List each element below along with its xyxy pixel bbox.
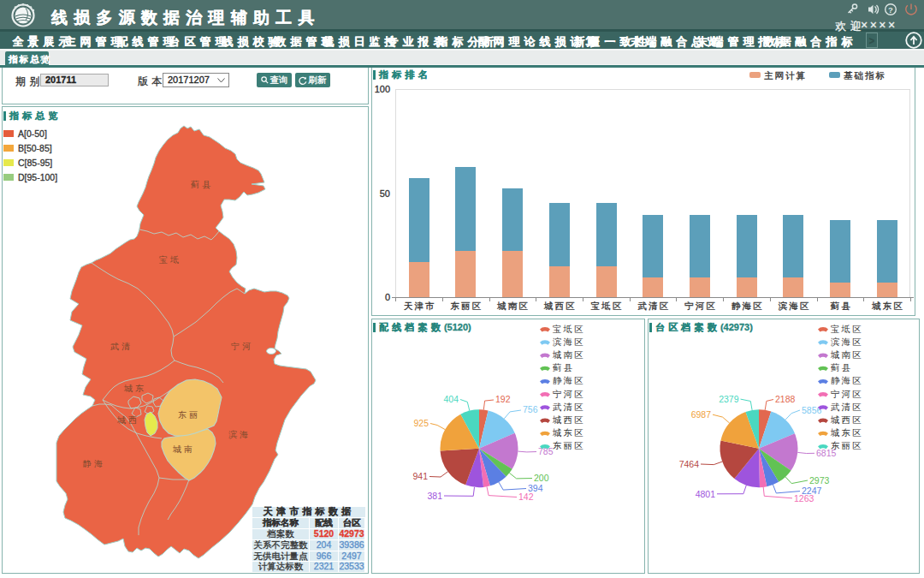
svg-text:5856: 5856	[802, 405, 822, 415]
svg-text:宝坻区: 宝坻区	[553, 324, 585, 334]
svg-text:东丽区: 东丽区	[831, 440, 863, 450]
svg-text:142: 142	[518, 492, 534, 502]
svg-text:静海区: 静海区	[553, 375, 585, 385]
svg-text:东丽区: 东丽区	[553, 440, 585, 450]
svg-text:城东区: 城东区	[552, 427, 585, 438]
svg-text:2973: 2973	[809, 475, 830, 486]
svg-text:925: 925	[413, 418, 429, 428]
svg-text:静海区: 静海区	[831, 375, 863, 385]
svg-text:7464: 7464	[679, 459, 700, 469]
svg-text:滨海区: 滨海区	[831, 337, 863, 347]
svg-text:城西区: 城西区	[830, 414, 863, 425]
svg-text:滨海区: 滨海区	[553, 337, 585, 347]
svg-text:武清区: 武清区	[553, 402, 585, 412]
svg-text:蓟县: 蓟县	[553, 362, 574, 372]
svg-text:城东区: 城东区	[830, 427, 863, 438]
svg-text:宝坻区: 宝坻区	[831, 324, 863, 334]
svg-text:6987: 6987	[691, 409, 712, 420]
svg-text:蓟县: 蓟县	[831, 362, 852, 372]
svg-text:192: 192	[495, 394, 511, 404]
svg-text:城西区: 城西区	[552, 414, 585, 425]
svg-text:381: 381	[427, 491, 442, 501]
svg-text:城南区: 城南区	[552, 349, 585, 360]
svg-text:宁河区: 宁河区	[553, 389, 585, 399]
svg-text:城西: 城西	[116, 415, 139, 425]
svg-text:2188: 2188	[775, 394, 796, 404]
svg-text:1263: 1263	[794, 493, 814, 504]
svg-text:静海: 静海	[82, 459, 105, 468]
svg-text:?: ?	[888, 5, 893, 15]
svg-text:武清: 武清	[110, 342, 133, 351]
svg-text:404: 404	[443, 394, 459, 404]
svg-text:城南: 城南	[172, 444, 195, 454]
svg-text:蓟县: 蓟县	[191, 180, 213, 189]
svg-text:东丽: 东丽	[178, 410, 200, 420]
svg-text:941: 941	[412, 471, 428, 481]
svg-text:200: 200	[534, 473, 549, 483]
svg-text:宁河区: 宁河区	[831, 389, 863, 399]
svg-text:宝坻: 宝坻	[159, 255, 181, 265]
svg-text:2379: 2379	[719, 394, 739, 404]
svg-text:滨海: 滨海	[228, 430, 251, 439]
svg-text:城南区: 城南区	[830, 349, 863, 360]
svg-text:756: 756	[523, 404, 538, 414]
svg-text:宁河: 宁河	[231, 342, 253, 351]
svg-text:4801: 4801	[696, 489, 716, 499]
svg-text:武清区: 武清区	[831, 402, 863, 412]
svg-text:城东: 城东	[123, 384, 146, 393]
